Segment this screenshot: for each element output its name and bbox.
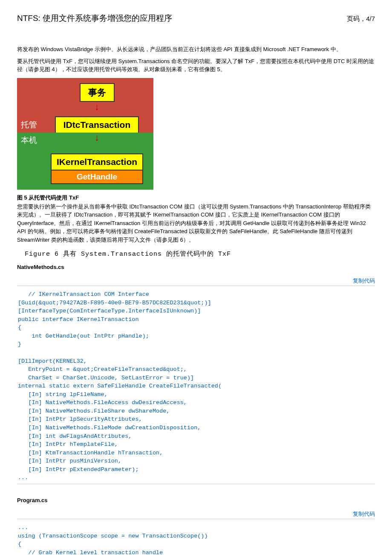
arrow-icon: ↓ bbox=[95, 103, 99, 111]
figure-5-diagram: 事务 ↓ 托管 IDtcTransaction 本机 ↓ IKernelTran… bbox=[17, 78, 153, 190]
figure-6-title: Figure 6 具有 System.Transactions 的托管代码中的 … bbox=[25, 250, 375, 258]
box-idtc: IDtcTransaction bbox=[55, 116, 139, 133]
box-ikernel: IKernelTransaction GetHandle bbox=[51, 153, 143, 184]
diagram-cell-idtc-top: IDtcTransaction bbox=[40, 117, 153, 133]
copy-row-2: 复制代码 bbox=[17, 510, 375, 519]
code-block-2-wrap: 复制代码 ... using (TransactionScope scope =… bbox=[17, 510, 375, 555]
diagram-cell-transaction: 事务 ↓ bbox=[40, 78, 153, 117]
figure-5-caption: 图 5 从托管代码使用 TxF bbox=[17, 194, 375, 202]
diagram-label-managed-top bbox=[17, 78, 40, 117]
file-name-2: Program.cs bbox=[17, 497, 375, 503]
diagram-label-native: 本机 bbox=[17, 133, 40, 148]
file-name-1: NativeMethods.cs bbox=[17, 264, 375, 270]
code-block-1: // IKernelTransaction COM Interface [Gui… bbox=[17, 286, 375, 484]
box-ikernel-top: IKernelTransaction bbox=[52, 154, 142, 170]
page-header: NTFS: 使用文件系统事务增强您的应用程序 页码，4/7 bbox=[17, 13, 375, 24]
diagram-cell-ikernel: IKernelTransaction GetHandle bbox=[40, 148, 153, 190]
doc-title: NTFS: 使用文件系统事务增强您的应用程序 bbox=[17, 13, 172, 24]
paragraph-2: 要从托管代码使用 TxF，您可以继续使用 System.Transactions… bbox=[17, 57, 375, 74]
code-block-2: ... using (TransactionScope scope = new … bbox=[17, 519, 375, 555]
code-block-1-wrap: 复制代码 // IKernelTransaction COM Interface… bbox=[17, 277, 375, 484]
box-gethandle: GetHandle bbox=[52, 170, 142, 183]
paragraph-1: 将发布的 Windows VistaBridge 示例中。从长远来说，产品团队当… bbox=[17, 45, 375, 54]
copy-row-1: 复制代码 bbox=[17, 277, 375, 286]
copy-code-link[interactable]: 复制代码 bbox=[353, 278, 375, 284]
diagram-label-managed: 托管 bbox=[17, 117, 40, 133]
diagram-cell-idtc-bottom: ↓ bbox=[40, 133, 153, 148]
copy-code-link[interactable]: 复制代码 bbox=[353, 511, 375, 517]
box-transaction: 事务 bbox=[80, 83, 115, 102]
diagram-label-native-bottom bbox=[17, 148, 40, 190]
arrow-icon: ↓ bbox=[95, 133, 99, 142]
paragraph-3: 您需要执行的第一个操作是从当前事务中获取 IDtcTransaction COM… bbox=[17, 202, 375, 244]
page-number: 页码，4/7 bbox=[347, 15, 375, 23]
